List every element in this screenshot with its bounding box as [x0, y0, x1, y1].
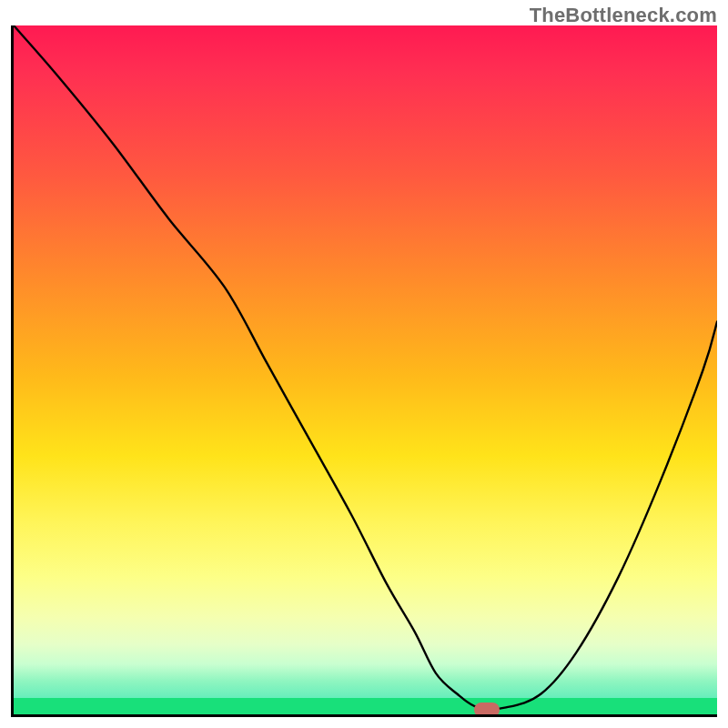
plot-area	[11, 25, 717, 717]
chart-stage: TheBottleneck.com	[0, 0, 728, 728]
curve-path	[14, 25, 717, 709]
bottleneck-curve	[14, 25, 717, 714]
watermark-label: TheBottleneck.com	[530, 4, 717, 27]
optimal-point-marker	[474, 703, 500, 717]
